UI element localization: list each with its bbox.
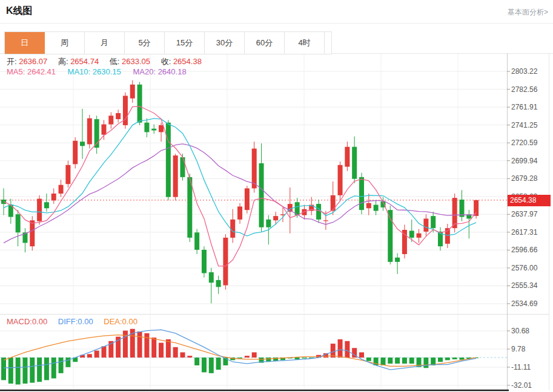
macd-bar-down [423, 358, 428, 368]
macd-bar-up [252, 352, 257, 358]
open-label: 开: [7, 57, 17, 66]
candle-down [137, 85, 142, 123]
candle-up [331, 195, 336, 211]
price-axis-label: 2555.34 [511, 281, 538, 290]
candle-down [166, 123, 171, 197]
candles [1, 80, 478, 304]
candle-down [395, 258, 400, 262]
dea-value: 0.00 [122, 317, 137, 326]
macd-bar-down [216, 358, 221, 370]
candle-down [359, 177, 364, 210]
candle-down [180, 157, 185, 177]
candle-down [459, 200, 464, 217]
candle-down [216, 280, 221, 287]
ma20-label: MA20: [133, 67, 156, 76]
macd-value: 0.00 [32, 317, 47, 326]
candle-down [151, 129, 156, 131]
macd-bar-up [101, 346, 106, 358]
diff-line [4, 330, 476, 370]
macd-axis-label: 30.68 [511, 327, 529, 335]
candle-up [237, 206, 242, 219]
macd-bar-down [409, 358, 414, 364]
macd-bar-down [37, 358, 42, 382]
ma5-label: MA5: [7, 67, 25, 76]
macd-bar-down [16, 358, 21, 385]
candle-up [252, 149, 257, 189]
ma5-value: 2642.41 [27, 67, 56, 76]
tab-日[interactable]: 日 [5, 32, 45, 54]
candle-down [409, 230, 414, 237]
price-axis-label: 2699.94 [511, 157, 538, 165]
price-axis: 2803.222782.562761.912741.252720.592699.… [507, 67, 538, 390]
low-label: 低: [110, 57, 120, 66]
diff-label: DIFF: [58, 317, 78, 326]
candle-down [144, 123, 149, 132]
candle-up [345, 147, 349, 167]
candle-down [16, 214, 21, 232]
open-value: 2636.07 [19, 57, 47, 66]
macd-bar-up [87, 354, 92, 358]
candle-up [30, 220, 35, 246]
macd-bar-down [438, 358, 443, 362]
price-axis-label: 2720.59 [511, 139, 538, 147]
macd-bar-down [194, 358, 199, 365]
candle-down [431, 216, 435, 228]
close-value: 2654.38 [173, 57, 202, 66]
tab-bar: 日周月5分15分30分60分4时 [4, 31, 332, 54]
ma20-value: 2640.18 [158, 67, 187, 76]
candle-up [73, 141, 78, 165]
chart-frame [0, 53, 553, 391]
candle-up [230, 220, 235, 238]
tab-4时[interactable]: 4时 [285, 32, 325, 54]
macd-label: MACD: [7, 317, 32, 326]
macd-bar-up [144, 333, 149, 358]
macd-bar-down [395, 358, 400, 364]
candle-up [59, 185, 64, 194]
macd-bar-down [302, 358, 306, 358]
price-axis-label: 2576.00 [511, 264, 538, 272]
last-price-tag: 2654.38 [508, 195, 551, 206]
macd-bar-up [123, 331, 128, 358]
macd-bar-down [452, 358, 457, 359]
tab-月[interactable]: 月 [85, 32, 125, 54]
price-axis-label: 2596.66 [511, 246, 538, 254]
candle-up [338, 165, 343, 195]
macd-axis-label: -32.01 [511, 381, 532, 390]
candle-up [37, 199, 42, 221]
macd-bar-up [94, 351, 99, 358]
tab-60分[interactable]: 60分 [245, 32, 285, 54]
tab-5分[interactable]: 5分 [125, 32, 165, 54]
diff-value: 0.00 [78, 317, 93, 326]
candle-up [245, 188, 250, 210]
candle-up [223, 238, 228, 286]
macd-bar-down [366, 358, 371, 361]
candle-up [159, 125, 164, 132]
tab-15分[interactable]: 15分 [165, 32, 205, 54]
macd-bar-down [380, 358, 385, 365]
macd-bar-down [1, 358, 6, 380]
candle-down [202, 250, 207, 273]
tab-周[interactable]: 周 [45, 32, 85, 54]
ma-row: MA5: 2642.41 MA10: 2630.15 MA20: 2640.18 [7, 67, 196, 76]
macd-bar-up [137, 332, 142, 358]
price-axis-label: 2741.25 [511, 121, 538, 129]
macd-bar-down [202, 358, 207, 372]
macd-bar-up [338, 339, 343, 358]
bottom-axis-line [0, 390, 509, 391]
macd-bar-down [388, 358, 392, 364]
macd-bar-down [459, 358, 464, 360]
candle-up [130, 85, 135, 99]
ma10-value: 2630.15 [93, 67, 121, 76]
macd-header-row: MACD:0.00 DIFF:0.00 DEA:0.00 [7, 317, 146, 326]
tab-30分[interactable]: 30分 [205, 32, 245, 54]
candle-up [423, 218, 428, 231]
candle-up [108, 116, 113, 124]
fundamental-analysis-link[interactable]: 基本面分析> [508, 7, 548, 18]
header-divider [0, 23, 553, 24]
macd-bar-down [65, 358, 70, 367]
candle-down [266, 220, 271, 227]
high-label: 高: [58, 57, 68, 66]
macd-bar-down [59, 358, 64, 373]
price-axis-label: 2679.28 [511, 174, 538, 183]
price-axis-label: 2803.22 [511, 67, 538, 76]
